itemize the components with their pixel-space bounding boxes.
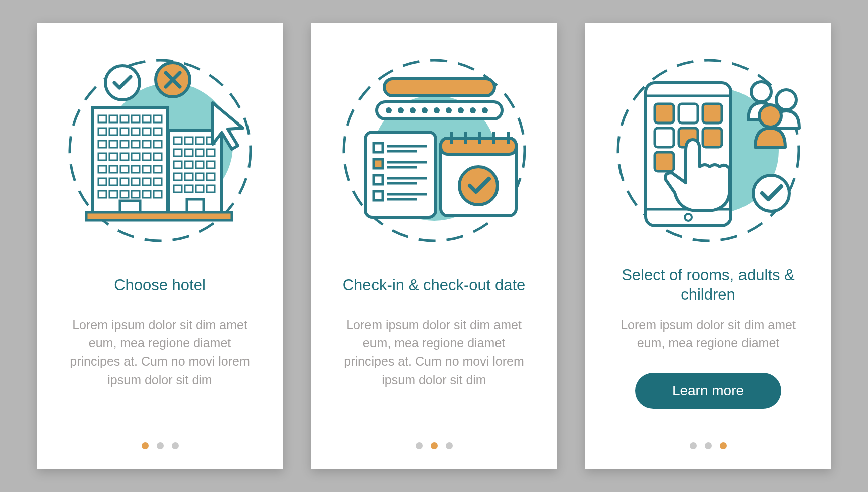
pager-dot-3[interactable] [720, 442, 727, 449]
svg-rect-10 [154, 115, 162, 122]
svg-rect-26 [132, 153, 140, 160]
svg-rect-22 [154, 141, 162, 148]
pager-dot-2[interactable] [431, 442, 438, 449]
svg-point-120 [759, 105, 781, 127]
svg-rect-40 [154, 178, 162, 185]
card-description: Lorem ipsum dolor sit dim amet eum, mea … [336, 316, 532, 389]
svg-rect-28 [154, 153, 162, 160]
svg-rect-15 [143, 128, 151, 135]
svg-point-76 [398, 107, 404, 113]
card-title: Choose hotel [114, 266, 206, 305]
svg-rect-32 [132, 166, 140, 173]
pager-dot-2[interactable] [705, 442, 712, 449]
svg-rect-25 [120, 153, 129, 160]
svg-rect-44 [132, 191, 140, 198]
svg-rect-12 [109, 128, 117, 135]
card-description: Lorem ipsum dolor sit dim amet eum, mea … [610, 316, 806, 352]
svg-rect-66 [185, 185, 193, 192]
svg-rect-54 [185, 149, 193, 156]
svg-rect-88 [374, 159, 383, 168]
svg-point-118 [751, 82, 771, 102]
svg-rect-46 [154, 191, 162, 198]
svg-rect-49 [174, 137, 182, 144]
svg-rect-111 [655, 104, 674, 123]
svg-rect-41 [98, 191, 106, 198]
svg-rect-23 [98, 153, 106, 160]
svg-rect-9 [143, 115, 151, 122]
svg-point-75 [386, 107, 392, 113]
svg-point-104 [459, 167, 498, 205]
svg-point-119 [776, 90, 796, 110]
svg-rect-56 [207, 149, 215, 156]
svg-rect-45 [143, 191, 151, 198]
svg-rect-55 [196, 149, 204, 156]
pager-dot-2[interactable] [157, 442, 164, 449]
svg-rect-35 [98, 178, 106, 185]
svg-rect-19 [120, 141, 129, 148]
svg-rect-68 [207, 185, 215, 192]
svg-rect-7 [120, 115, 129, 122]
svg-rect-33 [143, 166, 151, 173]
svg-rect-13 [120, 128, 129, 135]
checkin-date-icon [336, 53, 532, 249]
svg-rect-63 [196, 173, 204, 180]
svg-rect-18 [109, 141, 117, 148]
svg-rect-17 [98, 141, 106, 148]
svg-rect-117 [655, 152, 674, 171]
pager-dots [690, 427, 727, 449]
hotel-choose-icon [62, 53, 258, 249]
svg-rect-8 [132, 115, 140, 122]
svg-point-80 [446, 107, 452, 113]
onboarding-card-3: Select of rooms, adults & children Lorem… [585, 23, 831, 469]
svg-rect-53 [174, 149, 182, 156]
card-title: Check-in & check-out date [343, 266, 526, 305]
svg-point-78 [422, 107, 428, 113]
svg-rect-60 [207, 161, 215, 168]
svg-rect-42 [109, 191, 117, 198]
svg-rect-61 [174, 173, 182, 180]
svg-rect-57 [174, 161, 182, 168]
svg-point-81 [458, 107, 464, 113]
svg-rect-116 [703, 128, 722, 147]
svg-rect-67 [196, 185, 204, 192]
svg-rect-70 [86, 212, 232, 220]
svg-rect-24 [109, 153, 117, 160]
svg-rect-31 [120, 166, 129, 173]
svg-point-83 [482, 107, 488, 113]
svg-rect-21 [143, 141, 151, 148]
svg-rect-36 [109, 178, 117, 185]
svg-rect-62 [185, 173, 193, 180]
pager-dot-1[interactable] [690, 442, 697, 449]
pager-dots [416, 427, 453, 449]
pager-dot-1[interactable] [142, 442, 149, 449]
svg-rect-16 [154, 128, 162, 135]
svg-rect-6 [109, 115, 117, 122]
svg-rect-29 [98, 166, 106, 173]
learn-more-button[interactable]: Learn more [635, 373, 781, 409]
card-title: Select of rooms, adults & children [610, 266, 806, 305]
svg-rect-20 [132, 141, 140, 148]
svg-rect-11 [98, 128, 106, 135]
svg-rect-73 [384, 79, 494, 96]
pager-dots [142, 427, 179, 449]
svg-rect-114 [655, 128, 674, 147]
svg-rect-64 [207, 173, 215, 180]
rooms-guests-icon [610, 53, 806, 249]
svg-rect-14 [132, 128, 140, 135]
svg-point-121 [753, 175, 789, 211]
svg-rect-43 [120, 191, 129, 198]
svg-rect-34 [154, 166, 162, 173]
svg-rect-58 [185, 161, 193, 168]
pager-dot-3[interactable] [446, 442, 453, 449]
svg-rect-59 [196, 161, 204, 168]
svg-rect-39 [143, 178, 151, 185]
pager-dot-3[interactable] [172, 442, 179, 449]
svg-rect-37 [120, 178, 129, 185]
svg-rect-38 [132, 178, 140, 185]
pager-dot-1[interactable] [416, 442, 423, 449]
svg-point-82 [470, 107, 476, 113]
svg-rect-65 [174, 185, 182, 192]
svg-rect-50 [185, 137, 193, 144]
onboarding-card-1: Choose hotel Lorem ipsum dolor sit dim a… [37, 23, 283, 469]
svg-rect-5 [98, 115, 106, 122]
